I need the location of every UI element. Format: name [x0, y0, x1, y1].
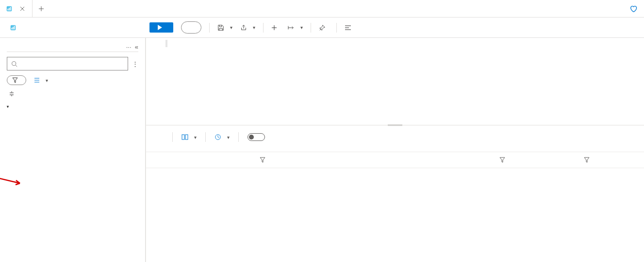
heart-icon — [629, 5, 637, 13]
log-analytics-icon — [6, 5, 13, 12]
columns-icon — [182, 134, 188, 140]
chevron-down-icon: ▾ — [300, 25, 303, 30]
query-tab[interactable] — [0, 0, 33, 17]
divider — [238, 132, 239, 142]
chevron-down-icon: ▾ — [253, 25, 255, 30]
caret-down-icon: ▾ — [7, 105, 9, 109]
divider — [311, 23, 311, 33]
svg-rect-9 — [182, 135, 184, 140]
log-analytics-icon — [10, 24, 17, 31]
svg-rect-10 — [185, 135, 188, 140]
filter-icon[interactable] — [584, 157, 590, 163]
svg-rect-2 — [9, 8, 10, 10]
time-range-picker[interactable] — [181, 21, 201, 34]
query-editor[interactable] — [146, 38, 644, 125]
sidebar: ··· « ⋮ ▾ ▾ — [0, 38, 146, 262]
plus-icon — [271, 25, 277, 31]
filter-icon[interactable] — [499, 157, 505, 163]
chevron-down-icon: ▾ — [46, 78, 48, 83]
pin-icon — [319, 24, 326, 31]
query-code — [165, 40, 167, 47]
save-icon — [217, 24, 224, 31]
result-header — [146, 152, 644, 168]
groupby-button[interactable]: ▾ — [33, 77, 48, 83]
filter-button[interactable] — [7, 75, 26, 85]
svg-rect-5 — [12, 28, 13, 30]
close-tab-button[interactable] — [18, 5, 26, 13]
divider — [172, 132, 173, 142]
tab-bar — [0, 0, 644, 17]
pin-button[interactable] — [319, 24, 329, 31]
format-button[interactable] — [345, 25, 354, 31]
status-text — [146, 142, 644, 152]
columns-button[interactable]: ▾ — [182, 134, 197, 140]
group-columns-toggle[interactable] — [248, 133, 270, 141]
toolbar-row: ▾ ▾ ▾ — [0, 17, 644, 38]
filter-icon — [12, 77, 18, 83]
share-icon — [240, 24, 247, 31]
svg-rect-3 — [10, 7, 11, 10]
annotation-arrow-icon — [0, 176, 23, 186]
divider — [209, 23, 210, 33]
divider — [205, 132, 206, 142]
divider — [263, 23, 264, 33]
list-icon — [33, 77, 40, 83]
clock-icon — [215, 134, 221, 140]
export-icon — [288, 25, 295, 31]
workspace-scope[interactable] — [10, 24, 20, 31]
share-button[interactable]: ▾ — [240, 24, 255, 31]
add-tab-button[interactable] — [33, 0, 50, 17]
search-icon — [11, 61, 17, 67]
svg-point-8 — [12, 61, 16, 65]
search-more-button[interactable]: ⋮ — [132, 60, 138, 68]
sidebar-tabs-more[interactable]: ··· « — [126, 43, 138, 51]
search-input[interactable] — [20, 60, 124, 68]
filter-icon[interactable] — [260, 157, 265, 163]
switch-icon — [248, 133, 265, 141]
display-time-button[interactable]: ▾ — [215, 134, 230, 140]
export-button[interactable]: ▾ — [288, 25, 303, 31]
svg-rect-6 — [13, 27, 14, 29]
line-number — [146, 38, 163, 42]
new-alert-button[interactable] — [271, 25, 280, 31]
chevron-down-icon: ▾ — [227, 135, 230, 140]
collapse-icon — [9, 91, 15, 97]
split-handle[interactable] — [388, 124, 402, 127]
format-icon — [345, 25, 351, 31]
search-input-wrapper[interactable] — [7, 57, 128, 70]
save-button[interactable]: ▾ — [217, 24, 232, 31]
run-button[interactable] — [149, 22, 173, 33]
collapse-all-button[interactable] — [7, 91, 138, 97]
svg-rect-7 — [14, 26, 15, 29]
chevron-down-icon: ▾ — [194, 135, 197, 140]
divider — [336, 23, 337, 33]
svg-rect-1 — [8, 9, 9, 11]
chevron-down-icon: ▾ — [230, 25, 232, 30]
tree-group-logmanagement[interactable]: ▾ — [7, 105, 138, 109]
